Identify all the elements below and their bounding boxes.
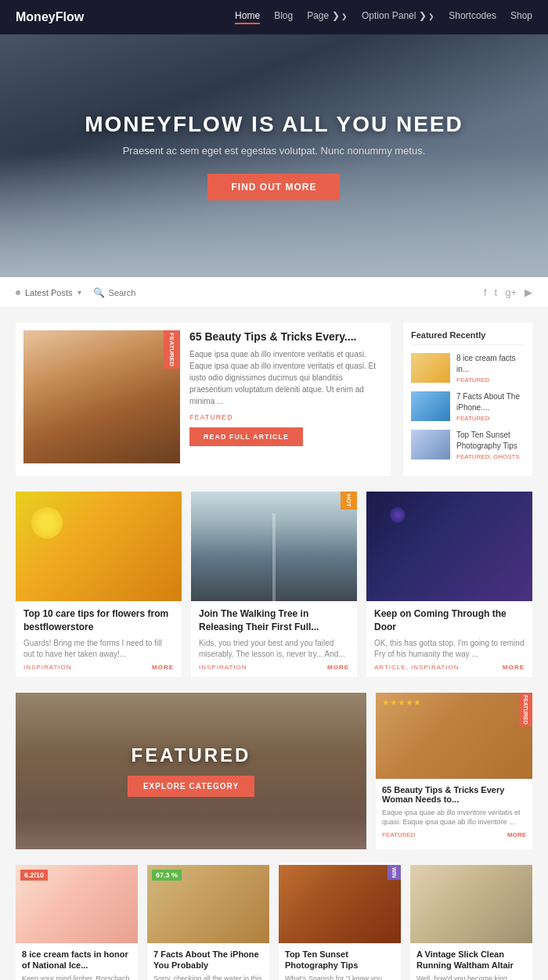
nav-shortcodes[interactable]: Shortcodes [449, 10, 496, 24]
nav-links: Home Blog Page ❯ Option Panel ❯ Shortcod… [235, 10, 532, 24]
sidebar-thumb-3 [411, 430, 450, 459]
featured-article-body: 65 Beauty Tips & Tricks Every.... Eaque … [189, 330, 383, 468]
featured-corner-badge: FEATURED [519, 693, 532, 727]
bottom-card-icecream-text: Keep your mind limber. Rorschach would s… [22, 974, 132, 980]
sidebar-item-3-title[interactable]: Top Ten Sunset Photography Tips [456, 430, 525, 452]
search-icon: 🔍 [93, 287, 105, 298]
bottom-card-icecream-image: 6.2/10 [16, 865, 138, 943]
card-flowers-body: Top 10 care tips for flowers from bestfl… [16, 601, 182, 677]
hero-section: MONEYFLOW IS ALL YOU NEED Praesent ac se… [0, 34, 548, 277]
featured-banner: FEATURED EXPLORE CATEGORY [16, 693, 366, 849]
banner-side-body: 65 Beauty Tips & Tricks Every Woman Need… [376, 779, 532, 845]
card-flowers-footer: INSPIRATION MORE [23, 664, 174, 671]
sidebar-item-3-body: Top Ten Sunset Photography Tips FEATURED… [456, 430, 525, 460]
toolbar: Latest Posts ▾ 🔍 f t g+ ▶ [0, 277, 548, 308]
card-dj-text: OK, this has gotta stop. I'm going to re… [374, 638, 525, 660]
bottom-card-sunset-title: Top Ten Sunset Photography Tips [285, 949, 395, 971]
youtube-icon[interactable]: ▶ [525, 286, 532, 298]
card-flowers: Top 10 care tips for flowers from bestfl… [16, 492, 182, 677]
bottom-card-sunset: WIN Top Ten Sunset Photography Tips What… [279, 865, 401, 980]
banner-side-card: ★★★★★ FEATURED 65 Beauty Tips & Tricks E… [376, 693, 532, 849]
card-dj: Keep on Coming Through the Door OK, this… [366, 492, 532, 677]
featured-recently-sidebar: Featured Recently 8 ice cream facts in..… [403, 322, 532, 476]
sidebar-item-1-title[interactable]: 8 ice cream facts in... [456, 353, 525, 375]
bottom-card-icecream-title: 8 ice cream facts in honor of National I… [22, 949, 132, 971]
bottom-card-watch: ⊞ A Vintage Slick Clean Running Waltham … [410, 865, 532, 980]
card-dj-more[interactable]: MORE [503, 664, 525, 671]
sidebar-item-2-title[interactable]: 7 Facts About The iPhone.... [456, 391, 525, 413]
twitter-icon[interactable]: t [495, 286, 498, 298]
bottom-card-phone-body: 7 Facts About The iPhone You Probably So… [147, 943, 269, 980]
bottom-card-sunset-text: What's Spanish for "I know you speak Eng… [285, 974, 395, 980]
card-dj-category: ARTICLE, INSPIRATION [374, 664, 460, 671]
read-full-article-button[interactable]: READ FULL ARTICLE [189, 427, 303, 446]
card-flowers-text: Guards! Bring me the forms I need to fil… [23, 638, 174, 660]
hero-content: MONEYFLOW IS ALL YOU NEED Praesent ac se… [85, 112, 463, 200]
hero-title: MONEYFLOW IS ALL YOU NEED [85, 112, 463, 137]
site-logo[interactable]: MoneyFlow [16, 10, 84, 24]
nav-blog[interactable]: Blog [274, 10, 293, 24]
card-dj-body: Keep on Coming Through the Door OK, this… [366, 601, 532, 677]
search-input[interactable] [109, 288, 171, 297]
sidebar-item-2-body: 7 Facts About The iPhone.... FEATURED [456, 391, 525, 422]
facebook-icon[interactable]: f [484, 286, 487, 298]
nav-home[interactable]: Home [235, 10, 260, 24]
toolbar-filter: Latest Posts ▾ [16, 288, 81, 297]
card-road-image: HOT [191, 492, 357, 601]
card-dj-image [366, 492, 532, 601]
featured-article-label: FEATURED [189, 413, 383, 421]
sidebar-item-1-label: FEATURED [456, 377, 525, 384]
sidebar-item: 7 Facts About The iPhone.... FEATURED [411, 391, 525, 422]
banner-content: FEATURED EXPLORE CATEGORY [128, 744, 254, 797]
nav-option-panel[interactable]: Option Panel ❯ [362, 10, 434, 24]
bottom-card-sunset-image: WIN [279, 865, 401, 943]
sidebar-item-2-label: FEATURED [456, 415, 525, 422]
nav-page[interactable]: Page ❯ [307, 10, 348, 24]
bottom-card-watch-image: ⊞ [410, 865, 532, 943]
navbar: MoneyFlow Home Blog Page ❯ Option Panel … [0, 0, 548, 34]
banner-side-more[interactable]: MORE [507, 831, 526, 838]
banner-side-text: Eaque ipsa quae ab illo inventore verita… [382, 808, 526, 827]
sidebar-item-1-body: 8 ice cream facts in... FEATURED [456, 353, 525, 384]
explore-category-button[interactable]: EXPLORE CATEGORY [128, 776, 254, 797]
card-road-more[interactable]: MORE [327, 664, 349, 671]
card-flowers-more[interactable]: MORE [152, 664, 174, 671]
hero-subtitle: Praesent ac sem eget est egestas volutpa… [85, 145, 463, 157]
card-road-footer: INSPIRATION MORE [199, 664, 349, 671]
banner-label: FEATURED [128, 744, 254, 766]
hero-cta-button[interactable]: FIND OUT MORE [207, 174, 340, 200]
bottom-card-phone: 67.3 % 7 Facts About The iPhone You Prob… [147, 865, 269, 980]
card-road: HOT Join The Walking Tree in Releasing T… [191, 492, 357, 677]
bottom-card-icecream: 6.2/10 8 ice cream facts in honor of Nat… [16, 865, 138, 980]
bottom-grid: 6.2/10 8 ice cream facts in honor of Nat… [16, 865, 532, 980]
bottom-card-phone-text: Sorry, checking all the water in this ar… [153, 974, 263, 980]
bottom-card-phone-title: 7 Facts About The iPhone You Probably [153, 949, 263, 971]
filter-arrow-icon: ▾ [78, 288, 81, 297]
googleplus-icon[interactable]: g+ [505, 286, 517, 298]
bottom-card-watch-body: A Vintage Slick Clean Running Waltham Al… [410, 943, 532, 980]
win-badge: WIN [388, 865, 401, 881]
featured-article-image: FEATURED [23, 330, 180, 463]
card-road-body: Join The Walking Tree in Releasing Their… [191, 601, 357, 677]
featured-article: FEATURED 65 Beauty Tips & Tricks Every..… [16, 322, 391, 476]
featured-row: FEATURED 65 Beauty Tips & Tricks Every..… [16, 322, 532, 476]
percent-badge: 67.3 % [152, 870, 182, 881]
sidebar-item-3-label: FEATURED, GHOSTS [456, 453, 525, 460]
sidebar-thumb-2 [411, 391, 450, 421]
card-flowers-category: INSPIRATION [23, 664, 72, 671]
main-content: FEATURED 65 Beauty Tips & Tricks Every..… [0, 308, 548, 980]
sidebar-item: Top Ten Sunset Photography Tips FEATURED… [411, 430, 525, 460]
sidebar-item: 8 ice cream facts in... FEATURED [411, 353, 525, 384]
bottom-card-watch-title: A Vintage Slick Clean Running Waltham Al… [416, 949, 526, 971]
featured-article-title: 65 Beauty Tips & Tricks Every.... [189, 330, 383, 343]
nav-shop[interactable]: Shop [510, 10, 532, 24]
filter-dot-icon [16, 290, 20, 295]
hot-badge: HOT [341, 492, 357, 510]
toolbar-search: 🔍 [93, 287, 171, 298]
card-road-text: Kids, you tried your best and you failed… [199, 638, 349, 660]
bottom-card-icecream-body: 8 ice cream facts in honor of National I… [16, 943, 138, 980]
banner-side-image: ★★★★★ FEATURED [376, 693, 532, 779]
filter-label[interactable]: Latest Posts [25, 288, 73, 297]
card-flowers-image [16, 492, 182, 601]
card-flowers-title: Top 10 care tips for flowers from bestfl… [23, 607, 174, 634]
